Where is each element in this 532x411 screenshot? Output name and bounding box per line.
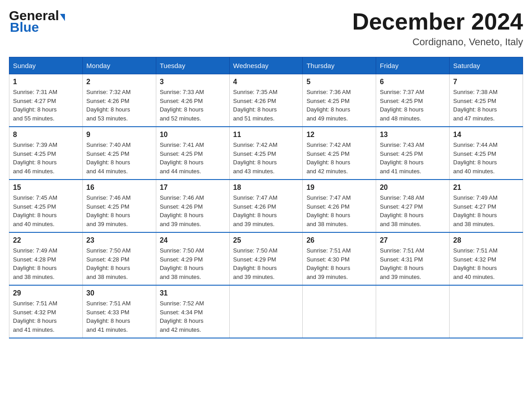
- title-section: December 2024 Cordignano, Veneto, Italy: [352, 9, 523, 48]
- calendar-cell: 29 Sunrise: 7:51 AMSunset: 4:32 PMDaylig…: [9, 285, 83, 338]
- calendar-cell: [303, 285, 376, 338]
- day-info: Sunrise: 7:51 AMSunset: 4:32 PMDaylight:…: [453, 246, 519, 281]
- calendar-cell: 23 Sunrise: 7:50 AMSunset: 4:28 PMDaylig…: [82, 232, 156, 285]
- day-info: Sunrise: 7:50 AMSunset: 4:29 PMDaylight:…: [233, 246, 299, 281]
- calendar-cell: 12 Sunrise: 7:42 AMSunset: 4:25 PMDaylig…: [303, 127, 376, 180]
- day-number: 17: [160, 184, 226, 192]
- day-info: Sunrise: 7:47 AMSunset: 4:26 PMDaylight:…: [306, 193, 372, 228]
- header-sunday: Sunday: [9, 57, 83, 74]
- day-number: 7: [453, 78, 519, 86]
- day-info: Sunrise: 7:51 AMSunset: 4:33 PMDaylight:…: [86, 299, 152, 334]
- day-number: 5: [306, 78, 372, 86]
- day-number: 13: [380, 131, 446, 139]
- header-saturday: Saturday: [450, 57, 523, 74]
- day-info: Sunrise: 7:45 AMSunset: 4:25 PMDaylight:…: [13, 193, 79, 228]
- day-number: 8: [13, 131, 79, 139]
- calendar-cell: 10 Sunrise: 7:41 AMSunset: 4:25 PMDaylig…: [156, 127, 229, 180]
- day-number: 3: [160, 78, 226, 86]
- calendar-cell: 18 Sunrise: 7:47 AMSunset: 4:26 PMDaylig…: [229, 180, 303, 232]
- calendar-cell: 5 Sunrise: 7:36 AMSunset: 4:25 PMDayligh…: [303, 74, 376, 127]
- calendar-cell: 27 Sunrise: 7:51 AMSunset: 4:31 PMDaylig…: [376, 232, 450, 285]
- calendar-cell: 15 Sunrise: 7:45 AMSunset: 4:25 PMDaylig…: [9, 180, 83, 232]
- day-info: Sunrise: 7:37 AMSunset: 4:25 PMDaylight:…: [380, 88, 446, 123]
- day-info: Sunrise: 7:42 AMSunset: 4:25 PMDaylight:…: [233, 141, 299, 176]
- day-info: Sunrise: 7:47 AMSunset: 4:26 PMDaylight:…: [233, 193, 299, 228]
- day-info: Sunrise: 7:40 AMSunset: 4:25 PMDaylight:…: [86, 141, 152, 176]
- month-title: December 2024: [352, 9, 523, 34]
- header-friday: Friday: [376, 57, 450, 74]
- header-row: SundayMondayTuesdayWednesdayThursdayFrid…: [9, 57, 523, 74]
- calendar-cell: 14 Sunrise: 7:44 AMSunset: 4:25 PMDaylig…: [450, 127, 523, 180]
- day-info: Sunrise: 7:43 AMSunset: 4:25 PMDaylight:…: [380, 141, 446, 176]
- day-number: 6: [380, 78, 446, 86]
- logo-arrow-icon: [60, 14, 65, 21]
- day-number: 2: [86, 78, 152, 86]
- day-info: Sunrise: 7:41 AMSunset: 4:25 PMDaylight:…: [160, 141, 226, 176]
- day-number: 21: [453, 184, 519, 192]
- page-header: General Blue December 2024 Cordignano, V…: [9, 9, 523, 48]
- day-number: 30: [86, 289, 152, 297]
- day-number: 31: [160, 289, 226, 297]
- day-number: 11: [233, 131, 299, 139]
- calendar-cell: [229, 285, 303, 338]
- day-info: Sunrise: 7:32 AMSunset: 4:26 PMDaylight:…: [86, 88, 152, 123]
- calendar-cell: [376, 285, 450, 338]
- calendar-cell: 30 Sunrise: 7:51 AMSunset: 4:33 PMDaylig…: [82, 285, 156, 338]
- day-number: 22: [13, 236, 79, 244]
- logo: General Blue: [9, 9, 65, 34]
- day-number: 24: [160, 236, 226, 244]
- header-monday: Monday: [82, 57, 156, 74]
- day-info: Sunrise: 7:44 AMSunset: 4:25 PMDaylight:…: [453, 141, 519, 176]
- calendar-body: 1 Sunrise: 7:31 AMSunset: 4:27 PMDayligh…: [9, 74, 523, 338]
- day-number: 15: [13, 184, 79, 192]
- calendar-cell: 20 Sunrise: 7:48 AMSunset: 4:27 PMDaylig…: [376, 180, 450, 232]
- day-info: Sunrise: 7:35 AMSunset: 4:26 PMDaylight:…: [233, 88, 299, 123]
- day-number: 19: [306, 184, 372, 192]
- location: Cordignano, Veneto, Italy: [352, 36, 523, 48]
- calendar-cell: 19 Sunrise: 7:47 AMSunset: 4:26 PMDaylig…: [303, 180, 376, 232]
- day-info: Sunrise: 7:49 AMSunset: 4:28 PMDaylight:…: [13, 246, 79, 281]
- calendar-cell: 16 Sunrise: 7:46 AMSunset: 4:25 PMDaylig…: [82, 180, 156, 232]
- header-thursday: Thursday: [303, 57, 376, 74]
- calendar-cell: 7 Sunrise: 7:38 AMSunset: 4:25 PMDayligh…: [450, 74, 523, 127]
- day-number: 14: [453, 131, 519, 139]
- day-number: 28: [453, 236, 519, 244]
- day-number: 1: [13, 78, 79, 86]
- calendar-cell: 31 Sunrise: 7:52 AMSunset: 4:34 PMDaylig…: [156, 285, 229, 338]
- day-number: 12: [306, 131, 372, 139]
- calendar-cell: 22 Sunrise: 7:49 AMSunset: 4:28 PMDaylig…: [9, 232, 83, 285]
- week-row-4: 22 Sunrise: 7:49 AMSunset: 4:28 PMDaylig…: [9, 232, 523, 285]
- calendar-cell: [450, 285, 523, 338]
- day-info: Sunrise: 7:50 AMSunset: 4:29 PMDaylight:…: [160, 246, 226, 281]
- day-info: Sunrise: 7:51 AMSunset: 4:31 PMDaylight:…: [380, 246, 446, 281]
- calendar-cell: 8 Sunrise: 7:39 AMSunset: 4:25 PMDayligh…: [9, 127, 83, 180]
- day-number: 25: [233, 236, 299, 244]
- day-info: Sunrise: 7:46 AMSunset: 4:26 PMDaylight:…: [160, 193, 226, 228]
- day-number: 29: [13, 289, 79, 297]
- calendar-cell: 24 Sunrise: 7:50 AMSunset: 4:29 PMDaylig…: [156, 232, 229, 285]
- day-number: 9: [86, 131, 152, 139]
- day-number: 16: [86, 184, 152, 192]
- header-wednesday: Wednesday: [229, 57, 303, 74]
- logo-blue-text: Blue: [10, 21, 65, 34]
- calendar-cell: 13 Sunrise: 7:43 AMSunset: 4:25 PMDaylig…: [376, 127, 450, 180]
- day-number: 18: [233, 184, 299, 192]
- calendar-cell: 9 Sunrise: 7:40 AMSunset: 4:25 PMDayligh…: [82, 127, 156, 180]
- calendar-cell: 11 Sunrise: 7:42 AMSunset: 4:25 PMDaylig…: [229, 127, 303, 180]
- day-info: Sunrise: 7:51 AMSunset: 4:32 PMDaylight:…: [13, 299, 79, 334]
- day-number: 26: [306, 236, 372, 244]
- day-info: Sunrise: 7:52 AMSunset: 4:34 PMDaylight:…: [160, 299, 226, 334]
- calendar-cell: 17 Sunrise: 7:46 AMSunset: 4:26 PMDaylig…: [156, 180, 229, 232]
- day-info: Sunrise: 7:50 AMSunset: 4:28 PMDaylight:…: [86, 246, 152, 281]
- calendar-cell: 21 Sunrise: 7:49 AMSunset: 4:27 PMDaylig…: [450, 180, 523, 232]
- calendar-cell: 1 Sunrise: 7:31 AMSunset: 4:27 PMDayligh…: [9, 74, 83, 127]
- day-info: Sunrise: 7:38 AMSunset: 4:25 PMDaylight:…: [453, 88, 519, 123]
- day-number: 10: [160, 131, 226, 139]
- day-info: Sunrise: 7:46 AMSunset: 4:25 PMDaylight:…: [86, 193, 152, 228]
- calendar-cell: 6 Sunrise: 7:37 AMSunset: 4:25 PMDayligh…: [376, 74, 450, 127]
- week-row-1: 1 Sunrise: 7:31 AMSunset: 4:27 PMDayligh…: [9, 74, 523, 127]
- week-row-3: 15 Sunrise: 7:45 AMSunset: 4:25 PMDaylig…: [9, 180, 523, 232]
- week-row-2: 8 Sunrise: 7:39 AMSunset: 4:25 PMDayligh…: [9, 127, 523, 180]
- calendar-cell: 26 Sunrise: 7:51 AMSunset: 4:30 PMDaylig…: [303, 232, 376, 285]
- calendar-cell: 2 Sunrise: 7:32 AMSunset: 4:26 PMDayligh…: [82, 74, 156, 127]
